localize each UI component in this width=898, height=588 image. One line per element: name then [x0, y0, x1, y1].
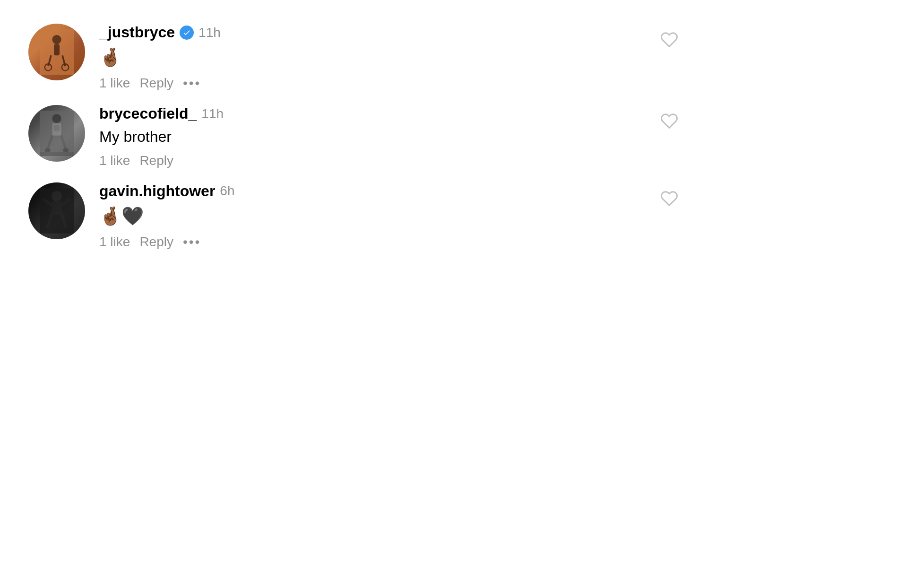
svg-rect-2 — [54, 44, 60, 55]
heart-icon — [660, 202, 678, 209]
like-count-button[interactable]: 1 like — [99, 153, 130, 168]
avatar — [28, 105, 85, 162]
comment-emoji: 🤞🏾🖤 — [99, 206, 144, 226]
comment-item: gavin.hightower 6h 🤞🏾🖤 1 like Reply ••• — [28, 182, 681, 250]
comment-header: brycecofield_ 11h — [99, 105, 681, 122]
heart-icon — [660, 124, 678, 131]
svg-point-14 — [45, 148, 51, 153]
comment-body: _justbryce 11h 🤞🏾 1 like Reply ••• — [99, 24, 681, 91]
comment-text: 🤞🏾🖤 — [99, 204, 681, 229]
more-options[interactable]: ••• — [183, 76, 201, 91]
comment-timestamp: 11h — [201, 106, 224, 121]
reply-button[interactable]: Reply — [139, 234, 173, 250]
like-count-button[interactable]: 1 like — [99, 76, 130, 91]
comment-timestamp: 6h — [220, 183, 234, 199]
reply-button[interactable]: Reply — [139, 153, 173, 168]
like-count-button[interactable]: 1 like — [99, 234, 130, 250]
comment-timestamp: 11h — [199, 25, 221, 40]
comment-body: brycecofield_ 11h My brother 1 like Repl… — [99, 105, 681, 168]
comment-header: _justbryce 11h — [99, 24, 681, 41]
comment-body: gavin.hightower 6h 🤞🏾🖤 1 like Reply ••• — [99, 182, 681, 250]
svg-rect-11 — [54, 125, 60, 131]
svg-point-1 — [52, 35, 61, 44]
comment-text: My brother — [99, 126, 681, 147]
username[interactable]: gavin.hightower — [99, 182, 215, 200]
comment-text: 🤞🏾 — [99, 45, 681, 70]
svg-point-18 — [52, 191, 62, 201]
comment-actions: 1 like Reply — [99, 153, 681, 168]
svg-point-15 — [63, 148, 69, 153]
comment-item: _justbryce 11h 🤞🏾 1 like Reply ••• — [28, 24, 681, 91]
svg-point-9 — [52, 114, 61, 123]
username[interactable]: brycecofield_ — [99, 105, 197, 122]
comment-emoji: 🤞🏾 — [99, 47, 121, 67]
heart-button[interactable] — [658, 28, 681, 52]
heart-button[interactable] — [658, 110, 681, 134]
comment-actions: 1 like Reply ••• — [99, 76, 681, 91]
avatar — [28, 182, 85, 239]
reply-button[interactable]: Reply — [139, 76, 173, 91]
more-options[interactable]: ••• — [183, 234, 201, 250]
heart-button[interactable] — [658, 187, 681, 211]
verified-badge — [180, 26, 194, 40]
comments-section: _justbryce 11h 🤞🏾 1 like Reply ••• — [28, 14, 681, 273]
comment-header: gavin.hightower 6h — [99, 182, 681, 200]
svg-rect-16 — [40, 152, 74, 156]
svg-rect-19 — [52, 201, 62, 215]
avatar — [28, 24, 85, 80]
comment-item: brycecofield_ 11h My brother 1 like Repl… — [28, 105, 681, 168]
username[interactable]: _justbryce — [99, 24, 175, 41]
comment-actions: 1 like Reply ••• — [99, 234, 681, 250]
heart-icon — [660, 43, 678, 50]
